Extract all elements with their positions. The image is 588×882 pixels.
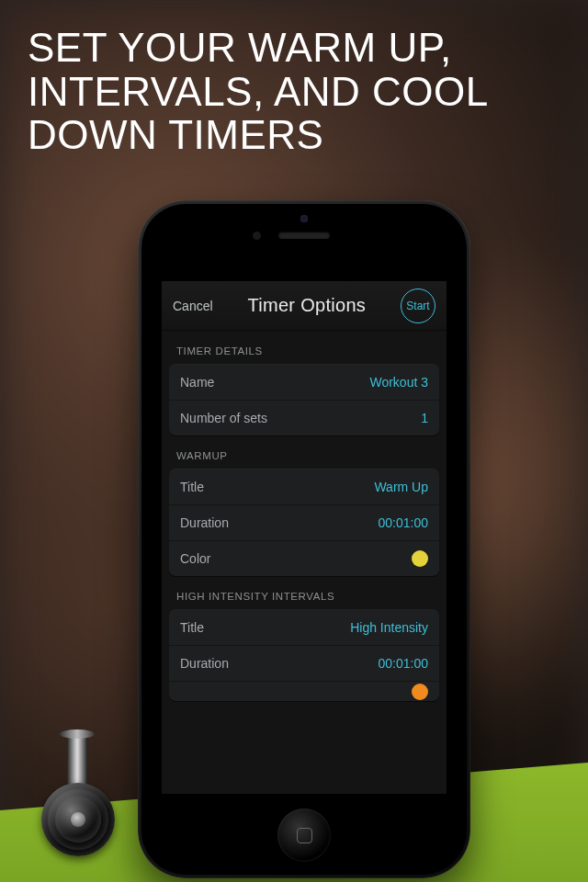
row-sets[interactable]: Number of sets 1 xyxy=(169,400,439,435)
dumbbell-icon xyxy=(14,737,152,865)
row-warmup-duration[interactable]: Duration 00:01:00 xyxy=(169,504,439,540)
label-warmup-color: Color xyxy=(180,551,210,566)
value-sets: 1 xyxy=(421,411,428,425)
camera-icon xyxy=(300,215,308,222)
label-high-title: Title xyxy=(180,620,204,635)
section-header-high: HIGH INTENSITY INTERVALS xyxy=(169,576,439,609)
cancel-button[interactable]: Cancel xyxy=(173,299,213,313)
card-details: Name Workout 3 Number of sets 1 xyxy=(169,364,439,435)
card-warmup: Title Warm Up Duration 00:01:00 Color xyxy=(169,469,439,576)
value-warmup-duration: 00:01:00 xyxy=(379,515,429,530)
phone-frame: Cancel Timer Options Start TIMER DETAILS… xyxy=(138,200,470,878)
color-swatch-icon xyxy=(412,550,428,567)
nav-bar: Cancel Timer Options Start xyxy=(162,281,447,331)
speaker-icon xyxy=(278,232,330,239)
content-scroll[interactable]: TIMER DETAILS Name Workout 3 Number of s… xyxy=(162,331,447,701)
section-header-warmup: WARMUP xyxy=(169,435,439,469)
label-name: Name xyxy=(180,375,214,390)
row-high-title[interactable]: Title High Intensity xyxy=(169,609,439,645)
value-high-duration: 00:01:00 xyxy=(379,656,429,671)
label-sets: Number of sets xyxy=(180,411,267,425)
screen-title: Timer Options xyxy=(247,295,366,316)
row-warmup-title[interactable]: Title Warm Up xyxy=(169,469,439,504)
color-swatch-icon xyxy=(412,684,428,700)
row-warmup-color[interactable]: Color xyxy=(169,540,439,576)
home-button[interactable] xyxy=(277,808,331,862)
promo-headline: SET YOUR WARM UP, INTERVALS, AND COOL DO… xyxy=(28,26,560,157)
label-warmup-duration: Duration xyxy=(180,515,229,530)
section-header-details: TIMER DETAILS xyxy=(169,331,439,364)
app-screen: Cancel Timer Options Start TIMER DETAILS… xyxy=(162,281,447,794)
card-high: Title High Intensity Duration 00:01:00 xyxy=(169,609,439,701)
row-name[interactable]: Name Workout 3 xyxy=(169,364,439,400)
value-high-title: High Intensity xyxy=(350,620,428,635)
value-name: Workout 3 xyxy=(369,375,428,390)
home-square-icon xyxy=(297,828,312,843)
start-button[interactable]: Start xyxy=(401,288,435,323)
label-warmup-title: Title xyxy=(180,480,204,494)
row-high-color[interactable] xyxy=(169,681,439,701)
label-high-duration: Duration xyxy=(180,656,229,671)
row-high-duration[interactable]: Duration 00:01:00 xyxy=(169,645,439,681)
sensor-icon xyxy=(253,232,261,240)
value-warmup-title: Warm Up xyxy=(374,480,428,494)
